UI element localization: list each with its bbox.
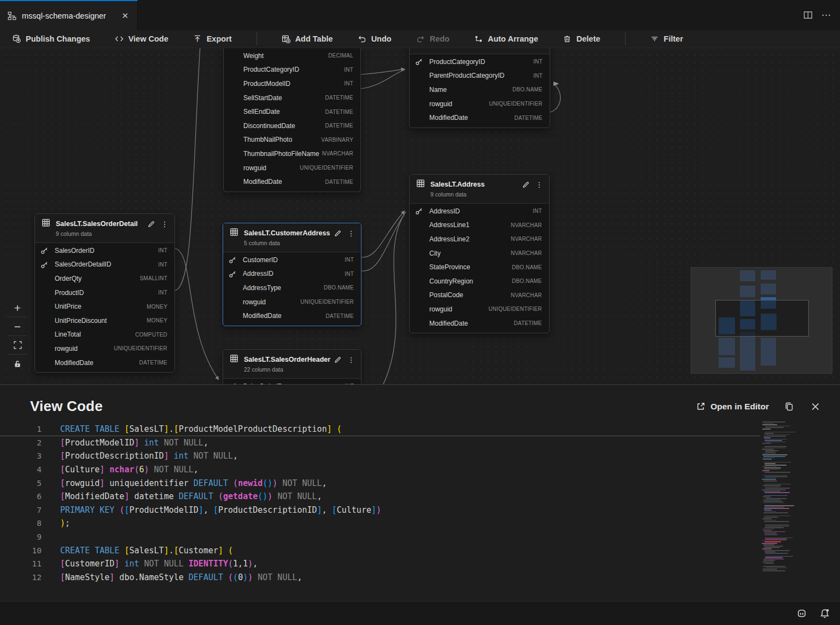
table-column-row[interactable]: AddressLine2NVARCHAR [410, 232, 549, 246]
table-column-row[interactable]: SalesOrderIDINT [35, 244, 174, 258]
copy-code-icon[interactable] [783, 401, 795, 413]
lock-button[interactable] [8, 355, 27, 373]
table-column-row[interactable]: rowguidUNIQUEIDENTIFIER [410, 97, 550, 111]
table-card-sales-order-detail[interactable]: SalesLT.SalesOrderDetail9 column dataSal… [34, 213, 175, 373]
table-column-row[interactable]: OrderQtySMALLINT [35, 271, 174, 286]
fit-view-button[interactable] [8, 336, 27, 355]
edit-table-icon[interactable] [522, 48, 531, 49]
table-column-row[interactable]: ModifiedDateDATETIME [224, 175, 360, 189]
line-number: 6 [9, 490, 42, 504]
table-column-row[interactable]: ThumbNailPhotoVARBINARY [224, 133, 360, 147]
copilot-icon[interactable] [796, 608, 807, 619]
table-column-row[interactable]: ThumbnailPhotoFileNameNVARCHAR [224, 147, 360, 161]
open-in-editor-button[interactable]: Open in Editor [696, 402, 769, 412]
table-card-sales-order-header[interactable]: SalesLT.SalesOrderHeader22 column dataSa… [223, 349, 361, 384]
tab-close-icon[interactable]: ✕ [119, 10, 131, 22]
delete-label: Delete [576, 34, 600, 43]
table-column-row[interactable]: CustomerIDINT [223, 253, 361, 267]
table-column-row[interactable]: CountryRegionDBO.NAME [410, 274, 549, 288]
table-column-row[interactable]: SalesOrderDetailIDINT [35, 258, 174, 272]
view-code-button[interactable]: View Code [115, 34, 168, 43]
table-column-row[interactable]: rowguidUNIQUEIDENTIFIER [410, 302, 549, 316]
arrange-icon [474, 34, 483, 43]
schema-canvas[interactable]: WeightDECIMALProductCategoryIDINTProduct… [0, 48, 840, 384]
table-card-address[interactable]: SalesLT.Address9 column dataAddressIDINT… [409, 174, 550, 333]
table-column-row[interactable]: ModifiedDateDATETIME [410, 316, 549, 331]
minimap-line [762, 518, 772, 519]
tab-mssql-schema-designer[interactable]: mssql-schema-designer ✕ [0, 0, 138, 30]
table-column-row[interactable]: StateProvinceDBO.NAME [410, 260, 549, 274]
view-code-panel: View Code Open in Editor [0, 384, 840, 601]
edit-table-icon[interactable] [333, 229, 342, 238]
edit-table-icon[interactable] [147, 219, 156, 229]
open-external-icon [696, 402, 705, 411]
table-menu-icon[interactable] [347, 356, 355, 364]
minimap-viewport[interactable] [715, 300, 809, 337]
designer-toolbar: Publish ChangesView CodeExportAdd TableU… [0, 30, 840, 48]
table-column-row[interactable]: AddressIDINT [410, 204, 549, 218]
delete-button[interactable]: Delete [563, 34, 600, 43]
table-column-row[interactable]: rowguidUNIQUEIDENTIFIER [224, 161, 360, 175]
table-column-row[interactable]: ParentProductCategoryIDINT [410, 69, 550, 83]
table-column-row[interactable]: ModifiedDateDATETIME [410, 111, 550, 125]
table-column-row[interactable]: SellStartDateDATETIME [224, 91, 360, 105]
table-card-customer-address[interactable]: SalesLT.CustomerAddress5 column dataCust… [223, 223, 361, 326]
code-minimap[interactable] [762, 421, 798, 579]
zoom-in-button[interactable]: + [8, 299, 27, 317]
minimap-line [765, 550, 790, 551]
auto-arrange-button[interactable]: Auto Arrange [474, 34, 538, 43]
split-editor-icon[interactable] [803, 10, 813, 20]
filter-button[interactable]: Filter [650, 34, 683, 43]
table-column-row[interactable]: WeightDECIMAL [224, 49, 360, 63]
close-panel-icon[interactable] [809, 401, 821, 413]
table-column-row[interactable]: ProductCategoryIDINT [224, 63, 360, 77]
table-column-row[interactable]: SellEndDateDATETIME [224, 105, 360, 119]
table-column-row[interactable]: AddressTypeDBO.NAME [223, 281, 361, 295]
table-card-header: SalesLT.Address9 column data [410, 175, 549, 204]
redo-button[interactable]: Redo [416, 34, 450, 43]
undo-button[interactable]: Undo [358, 34, 392, 43]
table-column-row[interactable]: UnitPriceMONEY [35, 299, 174, 314]
primary-key-icon [40, 246, 55, 254]
sql-code-editor[interactable]: 1CREATE TABLE [SalesLT].[ProductModelPro… [0, 423, 760, 585]
column-type: DBO.NAME [512, 264, 542, 270]
edit-table-icon[interactable] [521, 180, 530, 189]
table-column-row[interactable]: AddressIDINT [223, 267, 361, 281]
table-column-row[interactable]: LineTotalCOMPUTED [35, 328, 174, 342]
more-actions-icon[interactable]: ⋯ [821, 9, 831, 21]
table-column-row[interactable]: ProductIDINT [35, 286, 174, 300]
table-menu-icon[interactable] [347, 229, 355, 238]
notifications-bell-icon[interactable] [819, 608, 830, 619]
minimap-line [764, 547, 780, 548]
table-column-row[interactable]: rowguidUNIQUEIDENTIFIER [223, 295, 361, 309]
column-name: UnitPrice [55, 303, 147, 310]
table-menu-icon[interactable] [535, 48, 544, 49]
export-button[interactable]: Export [193, 34, 232, 43]
table-menu-icon[interactable] [535, 181, 544, 189]
table-card-product[interactable]: WeightDECIMALProductCategoryIDINTProduct… [223, 48, 361, 192]
column-name: ModifiedDate [55, 359, 139, 367]
publish-changes-button[interactable]: Publish Changes [12, 34, 90, 43]
table-column-row[interactable]: rowguidUNIQUEIDENTIFIER [35, 342, 174, 356]
minimap-code-block [762, 432, 798, 444]
table-card-product-category[interactable]: 5 column dataProductCategoryIDINTParentP… [409, 48, 550, 128]
table-menu-icon[interactable] [160, 220, 169, 229]
table-column-row[interactable]: DiscontinuedDateDATETIME [224, 119, 360, 133]
table-column-row[interactable]: PostalCodeNVARCHAR [410, 288, 549, 303]
canvas-minimap[interactable] [691, 267, 832, 374]
table-column-row[interactable]: ProductModelIDINT [224, 77, 360, 91]
table-column-row[interactable]: ProductCategoryIDINT [410, 55, 550, 69]
table-column-row[interactable]: AddressLine1NVARCHAR [410, 218, 549, 233]
table-column-row[interactable]: UnitPriceDiscountMONEY [35, 314, 174, 328]
add-table-button[interactable]: Add Table [282, 34, 333, 43]
column-type: UNIQUEIDENTIFIER [300, 299, 354, 305]
table-column-row[interactable]: ModifiedDateDATETIME [223, 309, 361, 323]
minimap-code-block [762, 495, 798, 504]
table-column-row[interactable]: SalesOrderIDINT [223, 379, 361, 384]
column-type: DBO.NAME [512, 278, 542, 284]
edit-table-icon[interactable] [333, 355, 342, 364]
zoom-out-button[interactable]: − [8, 317, 27, 336]
table-column-row[interactable]: CityNVARCHAR [410, 246, 549, 261]
table-column-row[interactable]: NameDBO.NAME [410, 83, 550, 97]
table-column-row[interactable]: ModifiedDateDATETIME [35, 356, 174, 370]
